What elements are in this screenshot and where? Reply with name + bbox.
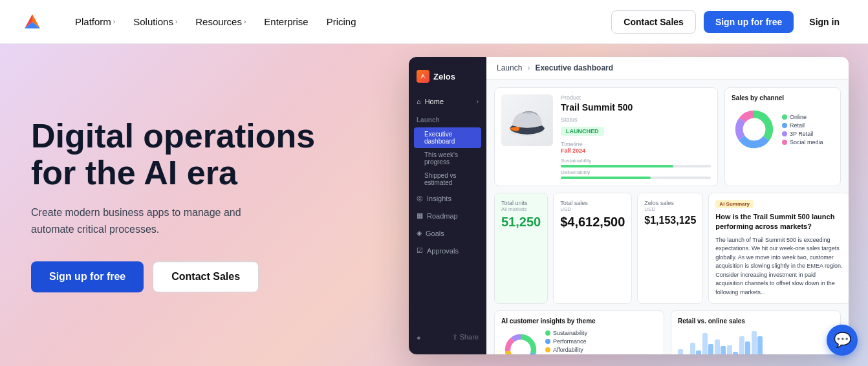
sidebar-goals-label: Goals (426, 230, 444, 237)
bar-group-3 (702, 333, 713, 354)
stat-value-units: 51,250 (501, 215, 541, 230)
product-row: Product Trail Summit 500 Status LAUNCHED… (494, 87, 841, 186)
theme-affordability: Affordability (545, 347, 587, 353)
sidebar-home-label: Home (425, 98, 444, 105)
bar-retail-2 (690, 343, 695, 354)
chart-legend: Online Retail 3P Retail (782, 114, 823, 145)
bar-group-7 (752, 331, 763, 354)
bar-online-7 (757, 336, 763, 354)
hero-signup-button[interactable]: Sign up for free (31, 261, 144, 292)
bar-retail-4 (715, 339, 720, 354)
bar-retail-5 (727, 345, 732, 354)
stat-sublabel-units: All markets (501, 206, 541, 212)
nav-item-pricing[interactable]: Pricing (319, 11, 364, 32)
dashboard-body: Product Trail Summit 500 Status LAUNCHED… (486, 80, 849, 354)
status-label: Status (561, 116, 711, 123)
legend-dot-social (782, 140, 787, 145)
sidebar-roadmap-label: Roadmap (427, 212, 458, 220)
legend-label-3p: 3P Retail (790, 131, 813, 137)
legend-dot-retail (782, 123, 787, 128)
dashboard-sidebar: Zelos ⌂ Home › Launch Executive dashboar… (409, 57, 486, 354)
user-icon[interactable]: ● (417, 334, 421, 341)
bar-chart (678, 330, 834, 354)
sidebar-section-launch: Launch (409, 113, 486, 127)
bar-online-3 (708, 344, 713, 354)
theme-sustainability: Sustainability (545, 330, 587, 336)
svg-marker-4 (420, 74, 423, 79)
bar-group-6 (739, 336, 750, 354)
progress-bar-deliverability (561, 177, 651, 179)
nav-item-resources[interactable]: Resources › (188, 11, 254, 32)
ai-header: AI Summary (715, 200, 843, 208)
legend-dot-online (782, 114, 787, 120)
nav-item-solutions[interactable]: Solutions › (125, 11, 185, 32)
sidebar-item-shipped[interactable]: Shipped vs estimated (409, 169, 486, 189)
signin-button[interactable]: Sign in (801, 11, 847, 33)
navbar: Platform › Solutions › Resources › Enter… (0, 0, 868, 44)
stat-sublabel-zelos: USD (644, 206, 696, 212)
contact-sales-button[interactable]: Contact Sales (611, 10, 696, 34)
nav-item-platform[interactable]: Platform › (67, 11, 123, 32)
sidebar-brand-name: Zelos (433, 72, 455, 81)
share-icon[interactable]: ⇧ Share (452, 333, 479, 341)
sidebar-approvals-label: Approvals (427, 247, 459, 255)
sidebar-item-insights[interactable]: ◎ Insights (409, 189, 486, 207)
breadcrumb-separator: › (527, 63, 530, 72)
bar-group-2 (690, 343, 701, 354)
dashboard-preview: Zelos ⌂ Home › Launch Executive dashboar… (409, 57, 849, 354)
ai-question: How is the Trail Summit 500 launch perfo… (715, 212, 843, 232)
breadcrumb-parent: Launch (497, 63, 522, 72)
signup-button[interactable]: Sign up for free (704, 11, 794, 33)
hero-subtitle: Create modern business apps to manage an… (31, 205, 277, 238)
sidebar-item-approvals[interactable]: ☑ Approvals (409, 242, 486, 259)
bar-group-5 (727, 345, 738, 354)
svg-marker-5 (423, 74, 426, 79)
hero-contact-button[interactable]: Contact Sales (153, 261, 259, 292)
bar-retail-1 (678, 349, 683, 354)
product-name: Trail Summit 500 (561, 102, 711, 113)
stat-zelos-sales: Zelos sales USD $1,153,125 (637, 193, 703, 304)
chevron-down-icon: › (244, 18, 246, 25)
legend-dot-3p (782, 131, 787, 136)
legend-social: Social media (782, 139, 823, 145)
breadcrumb-current: Executive dashboard (535, 63, 613, 72)
retail-vs-online-title: Retail vs. online sales (678, 318, 834, 325)
dashboard-topbar: Launch › Executive dashboard (486, 57, 849, 80)
bar-retail-6 (739, 336, 744, 354)
stat-value-sales: $4,612,500 (560, 215, 625, 230)
legend-label-retail: Retail (790, 122, 805, 129)
nav-links: Platform › Solutions › Resources › Enter… (67, 11, 611, 32)
stat-label-zelos: Zelos sales (644, 200, 696, 206)
hero-content: Digital operations for the AI era Create… (31, 118, 342, 292)
sidebar-footer: ● ⇧ Share (409, 328, 486, 347)
nav-pricing-label: Pricing (327, 16, 356, 27)
sidebar-brand-icon (417, 70, 429, 83)
status-badge: LAUNCHED (561, 127, 604, 136)
shoe-svg (505, 101, 550, 140)
goals-icon: ◈ (417, 229, 422, 237)
product-card: Product Trail Summit 500 Status LAUNCHED… (494, 87, 718, 186)
sidebar-item-weekly-progress[interactable]: This week's progress (409, 148, 486, 169)
legend-3p: 3P Retail (782, 131, 823, 137)
legend-online: Online (782, 114, 823, 120)
hero-buttons: Sign up for free Contact Sales (31, 261, 342, 292)
nav-enterprise-label: Enterprise (264, 16, 308, 27)
donut-chart-svg (732, 107, 777, 152)
logo[interactable] (21, 10, 44, 34)
sidebar-item-home[interactable]: ⌂ Home › (409, 93, 486, 110)
sidebar-item-goals[interactable]: ◈ Goals (409, 224, 486, 242)
stat-total-sales: Total sales USD $4,612,500 (553, 193, 632, 304)
nav-resources-label: Resources (195, 16, 242, 27)
timeline-value: Fall 2024 (561, 147, 711, 154)
nav-item-enterprise[interactable]: Enterprise (256, 11, 316, 32)
sidebar-item-executive-dashboard[interactable]: Executive dashboard (414, 127, 481, 148)
stat-label-sales: Total sales (560, 200, 625, 206)
stats-row: Total units All markets 51,250 Total sal… (494, 193, 841, 304)
roadmap-icon: ▦ (417, 211, 423, 220)
home-icon: ⌂ (417, 98, 421, 105)
progress-sustainability: Sustainability (561, 158, 711, 167)
chat-bubble-button[interactable]: 💬 (827, 325, 858, 356)
sales-chart-card: Sales by channel (724, 87, 841, 186)
sidebar-item-roadmap[interactable]: ▦ Roadmap (409, 207, 486, 224)
legend-label-online: Online (790, 114, 807, 120)
